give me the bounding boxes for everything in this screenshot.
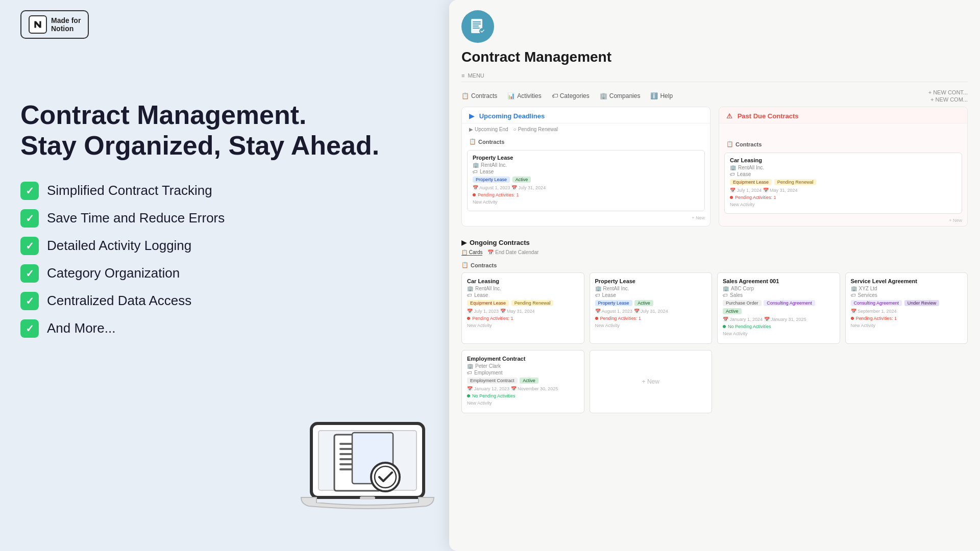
nav-help[interactable]: ℹ️ Help: [650, 92, 673, 99]
right-panel: Contract Management ≡ MENU 📋 Contracts 📊…: [449, 0, 980, 551]
badge-text: Made for Notion: [51, 16, 81, 33]
nav-contracts[interactable]: 📋 Contracts: [461, 92, 497, 99]
check-icon-6: [20, 319, 39, 338]
empty-card: + New: [590, 350, 713, 413]
check-icon-3: [20, 237, 39, 255]
headline: Contract Management. Stay Organized, Sta…: [20, 100, 419, 161]
upcoming-filters: ▶ Upcoming End ○ Pending Renewal: [462, 123, 710, 135]
nav-categories[interactable]: 🏷 Categories: [552, 92, 590, 99]
svg-rect-17: [473, 26, 479, 27]
feature-item-1: Simplified Contract Tracking: [20, 182, 419, 200]
nav-links: 📋 Contracts 📊 Activities 🏷 Categories 🏢 …: [461, 86, 968, 107]
svg-point-11: [371, 463, 400, 491]
ongoing-section: ▶ Ongoing Contracts 📋 Cards 📅 End Date C…: [461, 235, 968, 413]
page-icon: [461, 10, 494, 43]
check-icon-1: [20, 182, 39, 200]
notion-badge: Made for Notion: [20, 10, 89, 39]
ongoing-filters: 📋 Cards 📅 End Date Calendar: [461, 249, 968, 256]
past-due-new-btn[interactable]: + New: [719, 217, 967, 226]
feature-item-3: Detailed Activity Logging: [20, 237, 419, 255]
past-due-contract-card: Car Leasing 🏢 RentAll Inc. 🏷 Lease Equip…: [724, 153, 962, 214]
upcoming-header: ▶ Upcoming Deadlines: [462, 107, 710, 123]
ongoing-grid: Car Leasing 🏢 RentAll Inc. 🏷 Lease Equip…: [461, 272, 968, 344]
left-panel: Made for Notion Contract Management. Sta…: [0, 0, 449, 551]
upcoming-contracts-label: 📋 Contracts: [462, 135, 710, 147]
page-title: Contract Management: [461, 49, 968, 65]
nav-activities[interactable]: 📊 Activities: [507, 92, 541, 99]
past-due-card: ⚠ Past Due Contracts 📋 Contracts Car Lea…: [719, 107, 968, 227]
employment-contract-card: Employment Contract 🏢 Peter Clark 🏷 Empl…: [461, 350, 584, 413]
notion-header: Contract Management ≡ MENU 📋 Contracts 📊…: [449, 0, 980, 107]
past-due-header: ⚠ Past Due Contracts: [719, 107, 967, 123]
menu-bar: ≡ MENU: [461, 69, 968, 82]
past-due-contracts-label: 📋 Contracts: [719, 138, 967, 149]
new-contract-buttons: + NEW CONT... + NEW COM...: [928, 89, 968, 103]
svg-rect-13: [360, 496, 375, 499]
feature-item-6: And More...: [20, 319, 419, 338]
upcoming-deadlines-card: ▶ Upcoming Deadlines ▶ Upcoming End ○ Pe…: [461, 107, 710, 227]
upcoming-contract-card: Property Lease 🏢 RentAll Inc. 🏷 Lease Pr…: [467, 150, 705, 211]
feature-item-2: Save Time and Reduce Errors: [20, 209, 419, 228]
feature-item-5: Centralized Data Access: [20, 292, 419, 310]
ongoing-card-1: Car Leasing 🏢 RentAll Inc. 🏷 Lease Equip…: [461, 272, 584, 344]
svg-rect-15: [473, 21, 481, 22]
upcoming-new-btn[interactable]: + New: [462, 214, 710, 223]
feature-item-4: Category Organization: [20, 264, 419, 283]
check-icon-4: [20, 264, 39, 283]
ongoing-header: ▶ Ongoing Contracts: [461, 235, 968, 249]
ongoing-card-3: Sales Agreement 001 🏢 ABC Corp 🏷 Sales P…: [717, 272, 840, 344]
check-icon-5: [20, 292, 39, 310]
laptop-illustration: [296, 408, 439, 520]
ongoing-contracts-label: 📋 Contracts: [461, 260, 968, 272]
check-icon-2: [20, 209, 39, 228]
ongoing-card-2: Property Lease 🏢 RentAll Inc. 🏷 Lease Pr…: [590, 272, 713, 344]
svg-rect-18: [473, 28, 480, 29]
svg-rect-16: [473, 23, 481, 24]
features-list: Simplified Contract Tracking Save Time a…: [20, 182, 419, 338]
notion-logo: [29, 15, 47, 34]
two-col-section: ▶ Upcoming Deadlines ▶ Upcoming End ○ Pe…: [461, 107, 968, 227]
content-area: ▶ Upcoming Deadlines ▶ Upcoming End ○ Pe…: [449, 107, 980, 551]
ongoing-card-4: Service Level Agreement 🏢 XYZ Ltd 🏷 Serv…: [845, 272, 968, 344]
nav-companies[interactable]: 🏢 Companies: [600, 92, 641, 99]
